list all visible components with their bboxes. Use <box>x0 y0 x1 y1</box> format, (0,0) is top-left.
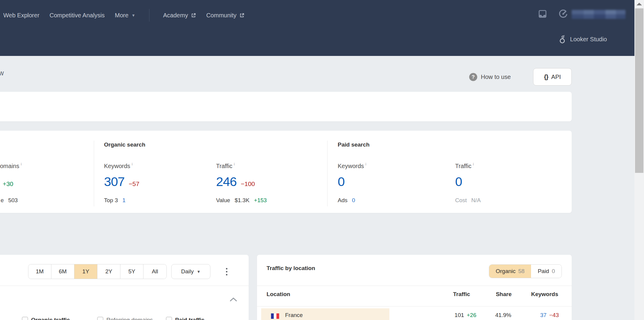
info-icon[interactable]: i <box>473 162 474 166</box>
usage-gauge-icon[interactable] <box>559 9 568 19</box>
toggle-label: Organic <box>496 268 516 275</box>
nav-label: Competitive Analysis <box>50 12 105 19</box>
keywords-delta: −43 <box>549 312 559 319</box>
metric-label: Keywordsi <box>338 162 366 170</box>
header-icon-group <box>538 9 568 19</box>
metric-subrow: e 503 <box>1 197 18 204</box>
traffic-delta: +26 <box>467 312 476 319</box>
toggle-count: 58 <box>518 268 524 275</box>
column-divider <box>94 141 94 206</box>
nav-label: Community <box>206 12 236 19</box>
info-icon[interactable]: i <box>21 162 22 166</box>
nav-item-web-explorer[interactable]: Web Explorer <box>3 12 39 19</box>
range-button-1m[interactable]: 1M <box>28 264 51 279</box>
section-title: Paid search <box>338 141 370 148</box>
toggle-count: 0 <box>552 268 555 275</box>
organic-paid-toggle: Organic 58 Paid 0 <box>489 264 562 278</box>
nav-item-more[interactable]: More ▼ <box>115 12 135 19</box>
range-button-5y[interactable]: 5Y <box>120 264 143 279</box>
kebab-menu-button[interactable] <box>224 266 230 277</box>
chevron-down-icon: ▼ <box>131 13 135 18</box>
nav-label: Web Explorer <box>3 12 39 19</box>
performance-card: 1M 6M 1Y 2Y 5Y All Daily ▼ Organic traff… <box>0 255 249 320</box>
inbox-tray-icon[interactable] <box>538 9 547 19</box>
account-name-redacted[interactable] <box>572 10 625 19</box>
metric-value: 0 <box>338 174 345 189</box>
how-to-use-label: How to use <box>481 74 511 80</box>
external-link-icon <box>239 13 244 18</box>
metric-label: Traffici <box>455 162 474 170</box>
date-range-selector: 1M 6M 1Y 2Y 5Y All <box>28 264 167 279</box>
metric-value: 307 −57 <box>104 174 139 189</box>
how-to-use-link[interactable]: ? How to use <box>469 73 511 81</box>
range-button-2y[interactable]: 2Y <box>97 264 120 279</box>
vertical-scrollbar[interactable] <box>634 0 644 320</box>
card-title: Traffic by location <box>267 265 315 272</box>
column-divider <box>327 141 328 206</box>
toggle-paid[interactable]: Paid 0 <box>531 265 562 278</box>
checkbox[interactable] <box>22 317 28 320</box>
metric-delta: +30 <box>3 180 13 188</box>
api-button-label: API <box>551 74 561 80</box>
legend-item-paid-traffic[interactable]: Paid traffic <box>166 317 204 320</box>
range-button-6m[interactable]: 6M <box>51 264 74 279</box>
metric-value: 5 +30 <box>0 174 13 189</box>
legend-label: Paid traffic <box>175 317 204 320</box>
looker-studio-label: Looker Studio <box>570 36 607 43</box>
france-flag-icon <box>271 313 279 319</box>
checkbox[interactable] <box>97 317 103 320</box>
top3-link[interactable]: 1 <box>122 197 126 204</box>
metric-label: Traffici <box>216 162 235 170</box>
metric-label: omainsi <box>0 162 22 170</box>
info-icon[interactable]: i <box>365 162 366 166</box>
legend-item-referring-domains[interactable]: Referring domains <box>97 317 153 320</box>
metric-label: Keywordsi <box>104 162 133 170</box>
share-cell: 41.9% <box>495 312 511 319</box>
metric-subrow: Cost N/A <box>455 197 481 204</box>
braces-icon: {} <box>544 73 548 80</box>
keywords-link[interactable]: 37 <box>540 312 547 319</box>
granularity-dropdown[interactable]: Daily ▼ <box>171 264 210 279</box>
nav-label: Academy <box>163 12 188 19</box>
table-header-divider <box>257 306 572 307</box>
toggle-organic[interactable]: Organic 58 <box>489 265 531 278</box>
column-header-share: Share <box>496 291 512 298</box>
scrollbar-up-arrow[interactable] <box>637 3 642 5</box>
info-icon[interactable]: i <box>132 162 133 166</box>
app-viewport: Web Explorer Competitive Analysis More ▼… <box>0 0 644 320</box>
collapse-chevron-icon[interactable] <box>230 297 237 302</box>
checkbox[interactable] <box>166 317 172 320</box>
ads-link[interactable]: 0 <box>352 197 355 204</box>
legend-label: Organic traffic <box>31 317 70 320</box>
metric-delta: −100 <box>241 180 255 188</box>
metric-subrow: Top 3 1 <box>104 197 126 204</box>
nav-item-competitive-analysis[interactable]: Competitive Analysis <box>50 12 105 19</box>
range-button-1y[interactable]: 1Y <box>74 264 97 279</box>
scrollbar-thumb[interactable] <box>635 8 643 173</box>
looker-studio-link[interactable]: Looker Studio <box>559 35 607 44</box>
external-link-icon <box>191 13 196 18</box>
chevron-down-icon: ▼ <box>197 269 201 274</box>
metric-value: 246 −100 <box>216 174 255 189</box>
column-header-traffic: Traffic <box>453 291 470 298</box>
api-button[interactable]: {} API <box>533 68 572 86</box>
top-navigation-bar: Web Explorer Competitive Analysis More ▼… <box>0 0 634 56</box>
metric-delta: −57 <box>129 180 140 188</box>
page-title-fragment: w <box>0 69 4 77</box>
info-icon[interactable]: i <box>234 162 235 166</box>
column-header-keywords: Keywords <box>531 291 558 298</box>
keywords-cell: 37 −43 <box>540 312 559 319</box>
legend-item-organic-traffic[interactable]: Organic traffic <box>22 317 70 320</box>
toggle-label: Paid <box>538 268 549 275</box>
metrics-summary-card: omainsi 5 +30 e 503 Organic search Keywo… <box>0 131 572 213</box>
metric-number: 246 <box>216 174 237 189</box>
range-button-all[interactable]: All <box>143 264 166 279</box>
primary-nav: Web Explorer Competitive Analysis More ▼… <box>3 9 244 22</box>
nav-item-academy[interactable]: Academy <box>163 12 196 19</box>
nav-item-community[interactable]: Community <box>206 12 244 19</box>
table-row[interactable]: France 101 +26 41.9% 37 −43 <box>261 308 567 320</box>
traffic-cell: 101 +26 <box>455 312 476 319</box>
nav-label: More <box>115 12 129 19</box>
question-mark-icon: ? <box>469 73 477 81</box>
column-header-location: Location <box>267 291 290 298</box>
